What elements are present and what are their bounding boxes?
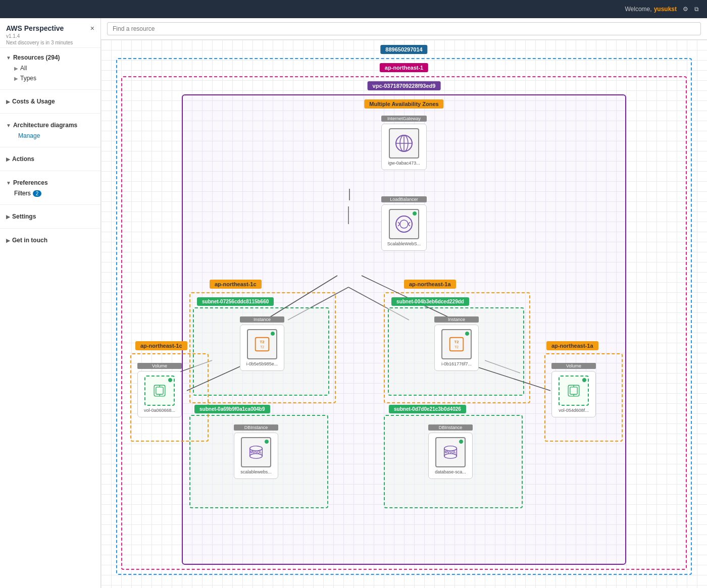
sidebar: AWS Perspective × v1.1.4 Next discovery … <box>0 18 101 588</box>
instance-1c-status <box>270 331 275 336</box>
svg-point-29 <box>444 454 457 459</box>
svg-line-13 <box>408 222 410 224</box>
svg-text:T2: T2 <box>260 345 264 349</box>
get-in-touch-section: ▶ Get in touch <box>0 231 100 250</box>
diagram-canvas[interactable]: 889650297014 ap-northeast-1 vpc-03718709… <box>101 40 707 588</box>
db-1c-status <box>264 439 269 444</box>
resources-header[interactable]: ▼ Resources (294) <box>6 52 94 63</box>
username: yusukst <box>654 6 677 13</box>
db-1a-status <box>459 439 464 444</box>
svg-text:MySQL: MySQL <box>250 450 262 454</box>
canvas-inner: 889650297014 ap-northeast-1 vpc-03718709… <box>111 40 697 585</box>
svg-point-9 <box>396 216 412 232</box>
subnet-1c-bottom-label[interactable]: subnet-0a69b9f0a1ca004b9 <box>194 405 270 413</box>
architecture-section: ▼ Architecture diagrams Manage <box>0 116 100 145</box>
search-bar <box>101 18 707 40</box>
svg-point-24 <box>250 454 263 459</box>
filters-label: Filters <box>14 190 31 197</box>
costs-section: ▶ Costs & Usage <box>0 92 100 111</box>
subnet-1a-bottom-label[interactable]: subnet-0d7d0e21c3b0d4026 <box>389 405 466 413</box>
actions-section: ▶ Actions <box>0 149 100 169</box>
instance-1c-node[interactable]: Instance T2 T2 i-0b5e5b985e... <box>240 316 284 371</box>
instance-1a-icon: T2 T2 <box>447 335 466 354</box>
settings-section: ▶ Settings <box>0 207 100 226</box>
architecture-header[interactable]: ▼ Architecture diagrams <box>6 120 94 131</box>
account-id-label[interactable]: 889650297014 <box>380 45 427 54</box>
subnet-1a-top-label[interactable]: subnet-004b3eb6dced229dd <box>391 297 469 306</box>
version-label: v1.1.4 <box>6 33 94 39</box>
db-1a-icon: MySQL <box>441 443 460 462</box>
internet-gateway-node[interactable]: InternetGateway igw-0abac473... <box>381 116 427 170</box>
db-1c-icon: MySQL <box>246 443 266 462</box>
vol-1c-icon <box>150 382 169 400</box>
welcome-text: Welcome, <box>625 6 652 13</box>
main-content: 889650297014 ap-northeast-1 vpc-03718709… <box>101 18 707 588</box>
vol-1a-outer-label[interactable]: ap-northeast-1a <box>546 341 598 350</box>
svg-rect-32 <box>156 387 163 394</box>
svg-text:T2: T2 <box>454 340 459 344</box>
vol-1a-status <box>582 378 587 383</box>
subnet-1c-top-label[interactable]: subnet-07256cddc8115b660 <box>197 297 274 306</box>
app-title: AWS Perspective <box>6 24 64 32</box>
volume-1a-node[interactable]: Volume vol-054d608f... <box>551 363 596 417</box>
region-label[interactable]: ap-northeast-1 <box>380 63 428 72</box>
actions-header[interactable]: ▶ Actions <box>6 153 94 165</box>
svg-line-11 <box>398 222 400 224</box>
svg-line-14 <box>408 224 410 226</box>
sidebar-item-all[interactable]: ▶ All <box>6 63 94 73</box>
az-1c-top-label[interactable]: ap-northeast-1c <box>210 280 262 289</box>
igw-icon <box>394 133 414 153</box>
topbar: Welcome, yusukst ⚙ ⧉ <box>0 0 707 18</box>
az-1a-top-label[interactable]: ap-northeast-1a <box>404 280 456 289</box>
external-link-icon[interactable]: ⧉ <box>694 6 699 13</box>
sidebar-item-manage[interactable]: Manage <box>6 131 94 141</box>
svg-text:MySQL: MySQL <box>445 450 457 454</box>
get-in-touch-header[interactable]: ▶ Get in touch <box>6 235 94 246</box>
volume-1c-node[interactable]: Volume vol-0a060668... <box>137 363 182 417</box>
multi-az-label[interactable]: Multiple Availability Zones <box>364 99 443 109</box>
settings-icon[interactable]: ⚙ <box>683 6 688 13</box>
sidebar-item-types[interactable]: ▶ Types <box>6 73 94 83</box>
instance-1a-node[interactable]: Instance T2 T2 i-0b161776f7... <box>434 316 479 371</box>
close-button[interactable]: × <box>90 24 94 32</box>
vpc-label[interactable]: vpc-03718709228f93ed9 <box>368 81 441 90</box>
settings-header[interactable]: ▶ Settings <box>6 211 94 222</box>
svg-rect-36 <box>570 387 577 394</box>
instance-1c-icon: T2 T2 <box>252 335 272 354</box>
preferences-header[interactable]: ▼ Preferences <box>6 177 94 188</box>
db-1c-node[interactable]: DBInstance MySQL scala <box>234 424 278 479</box>
svg-point-10 <box>400 220 408 228</box>
filters-badge: 2 <box>33 190 42 197</box>
instance-1a-status <box>465 331 470 336</box>
costs-header[interactable]: ▶ Costs & Usage <box>6 96 94 107</box>
load-balancer-node[interactable]: LoadBalancer <box>381 196 427 251</box>
discovery-timer: Next discovery is in 3 minutes <box>6 40 94 45</box>
search-input[interactable] <box>107 22 701 35</box>
resources-section: ▼ Resources (294) ▶ All ▶ Types <box>0 48 100 87</box>
svg-line-12 <box>398 224 400 226</box>
db-1a-node[interactable]: DBInstance MySQL datab <box>428 424 473 479</box>
filters-row[interactable]: Filters 2 <box>6 188 94 198</box>
sidebar-header: AWS Perspective × v1.1.4 Next discovery … <box>0 18 100 48</box>
svg-text:T2: T2 <box>260 340 265 344</box>
preferences-section: ▼ Preferences Filters 2 <box>0 173 100 202</box>
lb-status-dot <box>412 211 417 216</box>
vol-1a-icon <box>565 382 583 400</box>
vol-1c-status <box>168 378 173 383</box>
vol-1c-outer-label[interactable]: ap-northeast-1c <box>135 341 187 350</box>
lb-icon <box>394 214 414 234</box>
svg-text:T2: T2 <box>454 345 459 349</box>
